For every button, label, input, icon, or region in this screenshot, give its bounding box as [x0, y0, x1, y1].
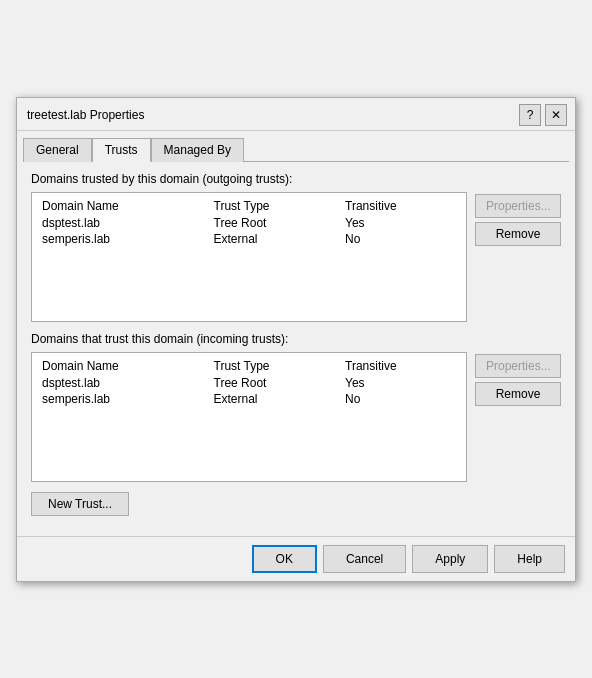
outgoing-section-row: Domain Name Trust Type Transitive dsptes… [31, 192, 561, 322]
outgoing-col-domain: Domain Name [36, 197, 208, 215]
outgoing-side-buttons: Properties... Remove [475, 192, 561, 322]
outgoing-row2-transitive: No [339, 231, 462, 247]
incoming-section-label: Domains that trust this domain (incoming… [31, 332, 561, 346]
apply-button[interactable]: Apply [412, 545, 488, 573]
incoming-col-domain: Domain Name [36, 357, 208, 375]
close-button[interactable]: ✕ [545, 104, 567, 126]
outgoing-row2-type: External [208, 231, 340, 247]
cancel-button[interactable]: Cancel [323, 545, 406, 573]
outgoing-row1-domain: dsptest.lab [36, 215, 208, 231]
outgoing-trust-table: Domain Name Trust Type Transitive dsptes… [31, 192, 467, 322]
tab-trusts[interactable]: Trusts [92, 138, 151, 162]
new-trust-button[interactable]: New Trust... [31, 492, 129, 516]
outgoing-col-transitive: Transitive [339, 197, 462, 215]
incoming-properties-button[interactable]: Properties... [475, 354, 561, 378]
incoming-remove-button[interactable]: Remove [475, 382, 561, 406]
outgoing-row2-domain: semperis.lab [36, 231, 208, 247]
tab-bar: General Trusts Managed By [17, 131, 575, 161]
outgoing-col-type: Trust Type [208, 197, 340, 215]
tab-general[interactable]: General [23, 138, 92, 162]
incoming-row2-domain: semperis.lab [36, 391, 208, 407]
outgoing-properties-button[interactable]: Properties... [475, 194, 561, 218]
incoming-row1-domain: dsptest.lab [36, 375, 208, 391]
incoming-col-transitive: Transitive [339, 357, 462, 375]
dialog-footer: OK Cancel Apply Help [17, 536, 575, 581]
outgoing-row1-transitive: Yes [339, 215, 462, 231]
help-button[interactable]: Help [494, 545, 565, 573]
incoming-row1-type: Tree Root [208, 375, 340, 391]
dialog-title: treetest.lab Properties [27, 108, 144, 122]
incoming-side-buttons: Properties... Remove [475, 352, 561, 482]
outgoing-remove-button[interactable]: Remove [475, 222, 561, 246]
outgoing-section-label: Domains trusted by this domain (outgoing… [31, 172, 561, 186]
table-row[interactable]: dsptest.lab Tree Root Yes [36, 375, 462, 391]
incoming-row2-type: External [208, 391, 340, 407]
table-row[interactable]: semperis.lab External No [36, 231, 462, 247]
incoming-col-type: Trust Type [208, 357, 340, 375]
incoming-row1-transitive: Yes [339, 375, 462, 391]
new-trust-row: New Trust... [31, 492, 561, 516]
incoming-row2-transitive: No [339, 391, 462, 407]
tab-content-trusts: Domains trusted by this domain (outgoing… [23, 161, 569, 536]
table-row[interactable]: dsptest.lab Tree Root Yes [36, 215, 462, 231]
table-row[interactable]: semperis.lab External No [36, 391, 462, 407]
ok-button[interactable]: OK [252, 545, 317, 573]
incoming-trust-table: Domain Name Trust Type Transitive dsptes… [31, 352, 467, 482]
title-controls: ? ✕ [519, 104, 567, 126]
outgoing-row1-type: Tree Root [208, 215, 340, 231]
title-bar: treetest.lab Properties ? ✕ [17, 98, 575, 131]
help-title-button[interactable]: ? [519, 104, 541, 126]
tab-managed-by[interactable]: Managed By [151, 138, 244, 162]
dialog-window: treetest.lab Properties ? ✕ General Trus… [16, 97, 576, 582]
incoming-section-row: Domain Name Trust Type Transitive dsptes… [31, 352, 561, 482]
